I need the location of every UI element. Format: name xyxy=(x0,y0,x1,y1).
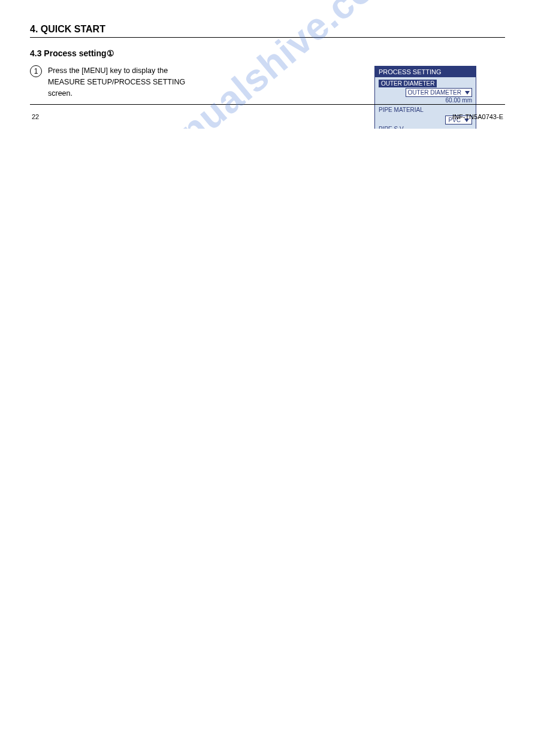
header-rule xyxy=(30,37,505,38)
step-number-circle: 1 xyxy=(30,65,42,77)
select-value: OUTER DIAMETER xyxy=(408,89,461,96)
step-line-3: screen. xyxy=(48,89,72,98)
chevron-down-icon xyxy=(465,91,470,95)
section-title: 4.3 Process setting① xyxy=(30,48,505,58)
outer-diameter-value: 60.00 mm xyxy=(446,97,472,104)
watermark-text: manualshive.com xyxy=(126,0,408,129)
panel-header: PROCESS SETTING xyxy=(375,66,476,77)
cursor-outer-diameter[interactable]: OUTER DIAMETER xyxy=(379,80,437,87)
outer-diameter-select[interactable]: OUTER DIAMETER xyxy=(406,88,472,97)
footer-rule xyxy=(30,104,505,105)
step-text: Press the [MENU] key to display the MEAS… xyxy=(48,65,185,99)
page-number: 22 xyxy=(32,113,39,120)
doc-title: 4. QUICK START xyxy=(30,24,505,35)
step-line-2: MEASURE SETUP/PROCESS SETTING xyxy=(48,78,185,86)
pipe-sv-label: PIPE S.V. xyxy=(379,126,405,129)
step-line-1: Press the [MENU] key to display the xyxy=(48,66,168,75)
footer-doc-code: INF-TN5A0743-E xyxy=(452,113,503,120)
pipe-material-label: PIPE MATERIAL xyxy=(379,107,424,113)
